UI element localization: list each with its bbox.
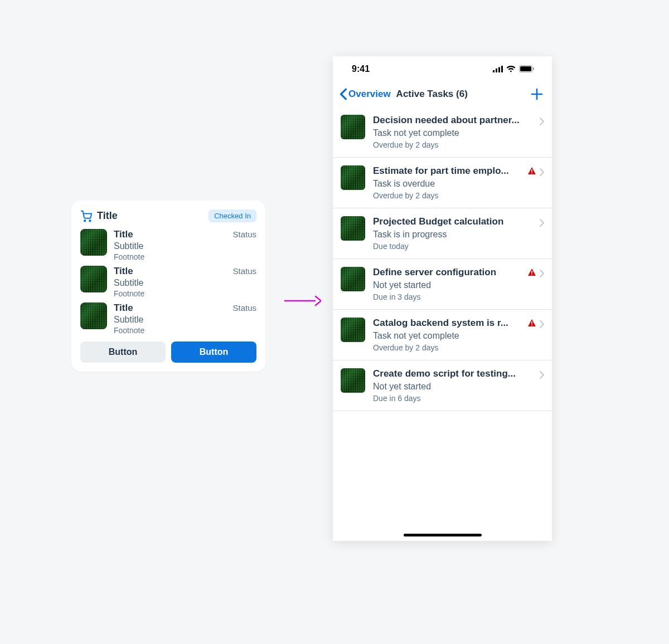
card-row-body: Title Status Subtitle Footnote [114, 229, 256, 261]
task-titleline: Catalog backend system is r... [373, 318, 544, 329]
secondary-button[interactable]: Button [80, 341, 166, 363]
card-row: Title Status Subtitle Footnote [80, 266, 256, 298]
task-title: Define server configuration [373, 267, 524, 278]
task-row[interactable]: Create demo script for testing...Not yet… [333, 360, 552, 411]
row-subtitle: Subtitle [114, 315, 256, 325]
thumbnail [341, 216, 365, 241]
task-status: Task is overdue [373, 179, 544, 189]
task-row[interactable]: Catalog backend system is r...Task not y… [333, 310, 552, 360]
task-list[interactable]: Decision needed about partner...Task not… [333, 107, 552, 411]
svg-rect-12 [531, 169, 532, 172]
task-row[interactable]: Decision needed about partner...Task not… [333, 107, 552, 158]
row-title: Title [114, 303, 133, 314]
svg-rect-16 [531, 321, 532, 324]
cart-icon [80, 210, 93, 222]
task-row[interactable]: Estimate for part time emplo...Task is o… [333, 158, 552, 208]
task-due: Overdue by 2 days [373, 140, 544, 149]
back-label: Overview [348, 89, 391, 100]
task-title: Estimate for part time emplo... [373, 165, 524, 177]
task-due: Due today [373, 242, 544, 251]
thumbnail [80, 229, 107, 256]
home-indicator [404, 534, 482, 536]
chevron-left-icon [340, 88, 347, 100]
status-bar: 9:41 [333, 56, 552, 81]
svg-rect-8 [520, 66, 531, 71]
task-body: Decision needed about partner...Task not… [373, 115, 544, 149]
task-status: Task not yet complete [373, 128, 544, 138]
row-status: Status [232, 266, 256, 276]
svg-rect-9 [533, 67, 534, 70]
thumbnail [341, 267, 365, 291]
svg-rect-15 [531, 274, 532, 275]
card-header: Title Checked In [80, 209, 256, 222]
navbar: Overview Active Tasks (6) [333, 81, 552, 107]
svg-rect-4 [496, 69, 497, 72]
row-subtitle: Subtitle [114, 241, 256, 251]
card-row-head: Title Status [114, 303, 256, 314]
task-body: Define server configurationNot yet start… [373, 267, 544, 301]
row-status: Status [232, 303, 256, 313]
svg-rect-6 [501, 66, 503, 72]
task-due: Due in 6 days [373, 394, 544, 403]
thumbnail [80, 266, 107, 292]
chevron-right-icon [540, 371, 544, 379]
task-due: Overdue by 2 days [373, 191, 544, 200]
task-titleline: Create demo script for testing... [373, 368, 544, 379]
thumbnail [341, 368, 365, 393]
card-header-left: Title [80, 210, 118, 222]
warning-icon [527, 268, 536, 277]
card: Title Checked In Title Status Subtitle F… [71, 201, 265, 372]
task-body: Catalog backend system is r...Task not y… [373, 318, 544, 352]
chevron-right-icon [540, 320, 544, 328]
svg-rect-13 [531, 173, 532, 174]
svg-point-0 [84, 220, 85, 221]
row-footnote: Footnote [114, 326, 256, 335]
chevron-right-icon [540, 168, 544, 176]
task-titleline: Projected Budget calculation [373, 216, 544, 227]
svg-rect-5 [498, 67, 500, 72]
status-time: 9:41 [352, 64, 370, 74]
card-row-head: Title Status [114, 266, 256, 277]
task-titleline: Define server configuration [373, 267, 544, 278]
warning-icon [527, 167, 536, 175]
card-row: Title Status Subtitle Footnote [80, 229, 256, 261]
task-title: Decision needed about partner... [373, 115, 536, 126]
card-row-body: Title Status Subtitle Footnote [114, 266, 256, 298]
thumbnail [341, 318, 365, 342]
task-title: Projected Budget calculation [373, 216, 536, 227]
svg-point-1 [89, 220, 90, 221]
chevron-right-icon [540, 118, 544, 125]
thumbnail [341, 115, 365, 139]
warning-icon [527, 319, 536, 328]
task-title: Catalog backend system is r... [373, 318, 524, 329]
task-body: Projected Budget calculationTask is in p… [373, 216, 544, 251]
card-buttons: Button Button [80, 341, 256, 363]
wifi-icon [506, 66, 516, 72]
add-button[interactable] [530, 87, 544, 101]
task-titleline: Estimate for part time emplo... [373, 165, 544, 177]
status-badge: Checked In [209, 209, 256, 222]
card-row-body: Title Status Subtitle Footnote [114, 303, 256, 335]
task-row[interactable]: Define server configurationNot yet start… [333, 259, 552, 310]
card-title: Title [97, 210, 118, 222]
battery-icon [519, 65, 534, 72]
task-body: Create demo script for testing...Not yet… [373, 368, 544, 403]
primary-button[interactable]: Button [171, 341, 256, 363]
task-status: Not yet started [373, 280, 544, 290]
task-status: Not yet started [373, 382, 544, 392]
nav-title: Active Tasks (6) [396, 89, 468, 100]
row-footnote: Footnote [114, 252, 256, 261]
card-row-head: Title Status [114, 229, 256, 240]
task-body: Estimate for part time emplo...Task is o… [373, 165, 544, 200]
thumbnail [80, 303, 107, 329]
chevron-right-icon [540, 270, 544, 277]
phone-frame: 9:41 Overview Active Tasks (6) Decision … [333, 56, 552, 541]
row-status: Status [232, 230, 256, 239]
task-row[interactable]: Projected Budget calculationTask is in p… [333, 208, 552, 259]
task-title: Create demo script for testing... [373, 368, 536, 379]
svg-rect-17 [531, 325, 532, 326]
back-button[interactable]: Overview [340, 88, 391, 100]
plus-icon [531, 88, 543, 100]
row-subtitle: Subtitle [114, 278, 256, 288]
status-icons [493, 65, 534, 72]
